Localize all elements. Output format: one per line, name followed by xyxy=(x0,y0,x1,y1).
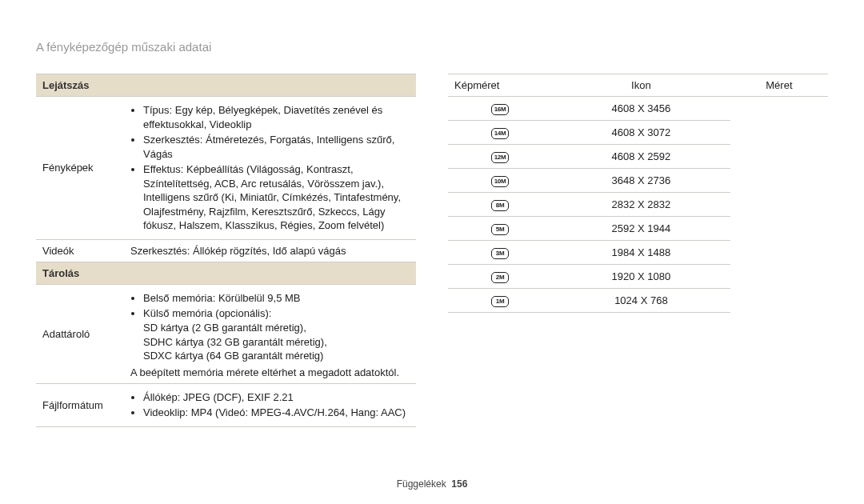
section-header-storage: Tárolás xyxy=(36,262,416,284)
size-icon-cell: 12M xyxy=(448,145,552,169)
footer-page-number: 156 xyxy=(451,478,467,490)
bullet-item: Állókép: JPEG (DCF), EXIF 2.21 xyxy=(143,390,410,405)
page-title: A fényképezőgép műszaki adatai xyxy=(36,40,828,54)
row-label: Adattároló xyxy=(36,284,124,383)
row-label: Fényképek xyxy=(36,97,124,240)
size-icon-cell: 2M xyxy=(448,265,552,289)
size-row: 8M2832 X 2832 xyxy=(448,193,828,217)
row-value: Állókép: JPEG (DCF), EXIF 2.21Videoklip:… xyxy=(124,383,416,426)
row-value: Szerkesztés: Állókép rögzítés, Idő alapú… xyxy=(124,239,416,262)
sizes-header-row: Képméret Ikon Méret xyxy=(448,74,828,97)
right-column: Képméret Ikon Méret 16M4608 X 345614M460… xyxy=(448,74,828,427)
size-icon-cell: 10M xyxy=(448,169,552,193)
size-icon-cell: 1M xyxy=(448,289,552,313)
size-row: 10M3648 X 2736 xyxy=(448,169,828,193)
section-header-label: Tárolás xyxy=(36,262,416,284)
size-value-cell: 1024 X 768 xyxy=(552,289,730,313)
row-media: Adattároló Belső memória: Körülbelül 9,5… xyxy=(36,284,416,383)
size-icon-cell: 16M xyxy=(448,97,552,121)
image-size-table: Képméret Ikon Méret 16M4608 X 345614M460… xyxy=(448,74,828,313)
bullet-item: Belső memória: Körülbelül 9,5 MB xyxy=(143,291,410,306)
resolution-icon: 8M xyxy=(491,200,509,211)
size-row: 14M4608 X 3072 xyxy=(448,121,828,145)
resolution-icon: 1M xyxy=(491,296,509,307)
bullet-item: Típus: Egy kép, Bélyegképek, Diavetítés … xyxy=(143,103,410,131)
resolution-icon: 16M xyxy=(491,104,509,115)
footer-section: Függelékek xyxy=(397,478,446,490)
size-icon-cell: 8M xyxy=(448,193,552,217)
size-value-cell: 3648 X 2736 xyxy=(552,169,730,193)
size-value-cell: 2832 X 2832 xyxy=(552,193,730,217)
spec-table-left: Lejátszás Fényképek Típus: Egy kép, Bély… xyxy=(36,74,416,427)
size-row: 2M1920 X 1080 xyxy=(448,265,828,289)
size-icon-cell: 14M xyxy=(448,121,552,145)
section-header-playback: Lejátszás xyxy=(36,74,416,97)
photos-bullets: Típus: Egy kép, Bélyegképek, Diavetítés … xyxy=(130,103,410,233)
media-note: A beépített memória mérete eltérhet a me… xyxy=(130,366,410,378)
size-value-cell: 4608 X 2592 xyxy=(552,145,730,169)
bullet-item: Szerkesztés: Átméretezés, Forgatás, Inte… xyxy=(143,133,410,161)
resolution-icon: 2M xyxy=(491,272,509,283)
format-bullets: Állókép: JPEG (DCF), EXIF 2.21Videoklip:… xyxy=(130,390,410,420)
resolution-icon: 14M xyxy=(491,128,509,139)
resolution-icon: 3M xyxy=(491,248,509,259)
sizes-header-size: Méret xyxy=(730,74,828,97)
bullet-item: Videoklip: MP4 (Videó: MPEG-4.AVC/H.264,… xyxy=(143,406,410,420)
size-value-cell: 2592 X 1944 xyxy=(552,217,730,241)
row-videos: Videók Szerkesztés: Állókép rögzítés, Id… xyxy=(36,239,416,262)
left-column: Lejátszás Fényképek Típus: Egy kép, Bély… xyxy=(36,74,416,427)
size-icon-cell: 3M xyxy=(448,241,552,265)
size-value-cell: 4608 X 3072 xyxy=(552,121,730,145)
sizes-header-icon: Ikon xyxy=(552,74,730,97)
size-value-cell: 1920 X 1080 xyxy=(552,265,730,289)
row-value: Típus: Egy kép, Bélyegképek, Diavetítés … xyxy=(124,97,416,240)
size-row: 3M1984 X 1488 xyxy=(448,241,828,265)
size-row: 16M4608 X 3456 xyxy=(448,97,828,121)
page-footer: Függelékek 156 xyxy=(0,478,864,490)
content-columns: Lejátszás Fényképek Típus: Egy kép, Bély… xyxy=(36,74,828,427)
bullet-item: Effektus: Képbeállítás (Világosság, Kont… xyxy=(143,162,410,233)
resolution-icon: 12M xyxy=(491,152,509,163)
resolution-icon: 5M xyxy=(491,224,509,235)
row-label: Fájlformátum xyxy=(36,383,124,426)
row-photos: Fényképek Típus: Egy kép, Bélyegképek, D… xyxy=(36,97,416,240)
bullet-item: Külső memória (opcionális): SD kártya (2… xyxy=(143,306,410,362)
size-value-cell: 4608 X 3456 xyxy=(552,97,730,121)
sizes-rowlabel: Képméret xyxy=(448,74,552,97)
section-header-label: Lejátszás xyxy=(36,74,416,97)
size-row: 5M2592 X 1944 xyxy=(448,217,828,241)
size-row: 1M1024 X 768 xyxy=(448,289,828,313)
resolution-icon: 10M xyxy=(491,176,509,187)
row-format: Fájlformátum Állókép: JPEG (DCF), EXIF 2… xyxy=(36,383,416,426)
size-value-cell: 1984 X 1488 xyxy=(552,241,730,265)
row-label: Videók xyxy=(36,239,124,262)
media-bullets: Belső memória: Körülbelül 9,5 MBKülső me… xyxy=(130,291,410,363)
row-value: Belső memória: Körülbelül 9,5 MBKülső me… xyxy=(124,284,416,383)
size-icon-cell: 5M xyxy=(448,217,552,241)
size-row: 12M4608 X 2592 xyxy=(448,145,828,169)
